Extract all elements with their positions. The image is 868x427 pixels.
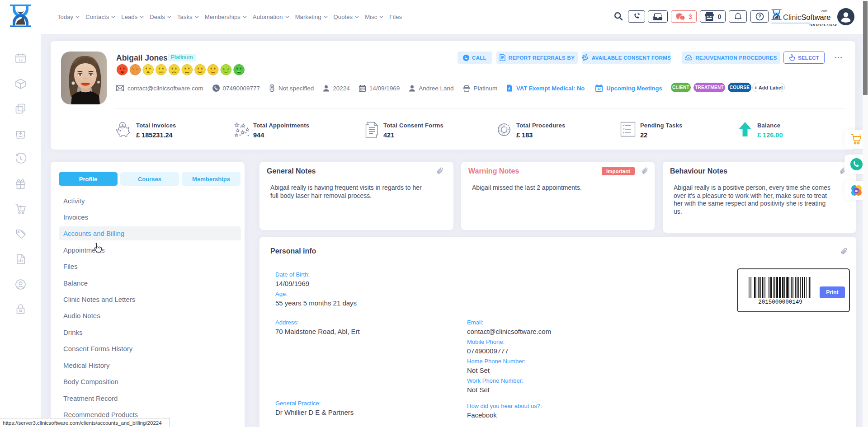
svg-text:$: $ — [122, 123, 124, 127]
svg-text:TEN STEPS AHEAD: TEN STEPS AHEAD — [809, 23, 837, 26]
svg-text:?: ? — [758, 14, 761, 19]
svg-text:ClinicSoftware: ClinicSoftware — [783, 13, 830, 21]
svg-text:12: 12 — [18, 58, 23, 62]
svg-text:12: 12 — [598, 87, 601, 90]
svg-text:.com: .com — [821, 9, 827, 13]
svg-text:AI: AI — [855, 189, 859, 193]
